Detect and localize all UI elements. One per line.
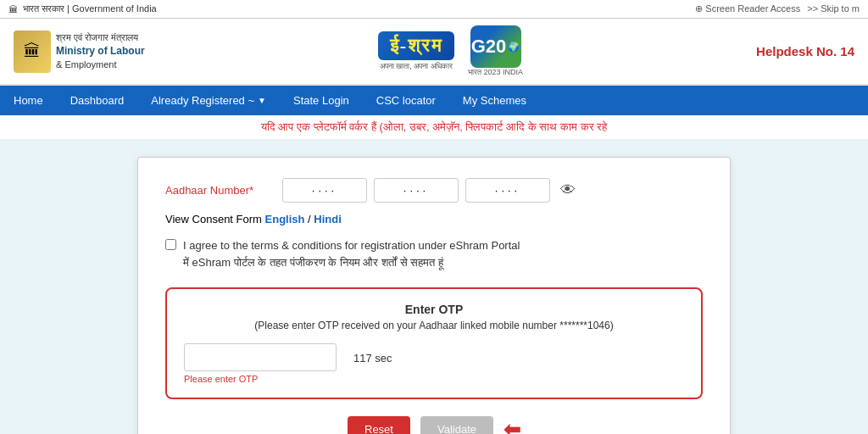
ministry-logo: 🏛 श्रम एवं रोजगार मंत्रालय Ministry of L… (14, 31, 145, 73)
g20-sub: भारत 2023 INDIA (468, 68, 523, 77)
aadhaar-label: Aadhaar Number* (165, 184, 275, 197)
top-bar-actions: ⊕ Screen Reader Access >> Skip to m (695, 3, 860, 14)
otp-title: Enter OTP (184, 303, 684, 316)
nav-home[interactable]: Home (0, 86, 57, 115)
nav-state-login[interactable]: State Login (280, 86, 363, 115)
arrow-right-icon: ⬅ (504, 418, 520, 435)
otp-subtitle: (Please enter OTP received on your Aadha… (184, 320, 684, 331)
aadhaar-field-1[interactable] (282, 178, 367, 203)
ministry-english-1: Ministry of Labour (56, 44, 145, 58)
consent-hindi-link[interactable]: Hindi (314, 213, 342, 225)
reset-button[interactable]: Reset (348, 416, 410, 434)
g20-logo: G20 🌍 भारत 2023 INDIA (468, 25, 523, 77)
eshram-logo: ई-श्रम अपना खाता, अपना अधिकार (378, 31, 454, 71)
eshram-sub: अपना खाता, अपना अधिकार (380, 62, 453, 71)
otp-container: Enter OTP (Please enter OTP received on … (165, 287, 703, 399)
top-bar: 🏛 भारत सरकार | Government of India ⊕ Scr… (0, 0, 868, 19)
nav-already-registered[interactable]: Already Registered ~ ▼ (137, 86, 280, 115)
terms-text: I agree to the terms & conditions for re… (183, 237, 520, 270)
g20-circle: G20 🌍 (470, 25, 521, 68)
consent-link-row: View Consent Form English / Hindi (165, 213, 703, 225)
toggle-visibility-icon[interactable]: 👁 (560, 181, 576, 199)
aadhaar-row: Aadhaar Number* 👁 (165, 178, 703, 203)
gov-text: भारत सरकार | Government of India (23, 3, 157, 14)
otp-input[interactable] (184, 343, 337, 371)
required-asterisk: * (249, 184, 253, 197)
otp-error-message: Please enter OTP (184, 374, 337, 384)
navigation: Home Dashboard Already Registered ~ ▼ St… (0, 86, 868, 115)
header-center: ई-श्रम अपना खाता, अपना अधिकार G20 🌍 भारत… (378, 25, 523, 77)
nav-csc-locator[interactable]: CSC locator (363, 86, 449, 115)
otp-input-wrapper: Please enter OTP (184, 343, 337, 384)
aadhaar-field-2[interactable] (374, 178, 459, 203)
otp-timer: 117 sec (353, 343, 392, 364)
action-buttons-row: Reset Validate ⬅ (165, 416, 703, 434)
ministry-text: श्रम एवं रोजगार मंत्रालय Ministry of Lab… (56, 31, 145, 72)
screen-reader-link[interactable]: ⊕ Screen Reader Access (695, 3, 800, 14)
nav-my-schemes[interactable]: My Schemes (449, 86, 540, 115)
gov-identity: 🏛 भारत सरकार | Government of India (8, 3, 157, 14)
emblem-small: 🏛 (8, 4, 18, 14)
helpdesk-number: Helpdesk No. 14 (756, 44, 854, 58)
aadhaar-field-3[interactable] (465, 178, 550, 203)
eshram-logo-box: ई-श्रम (378, 31, 454, 60)
nav-dashboard[interactable]: Dashboard (57, 86, 138, 115)
header: 🏛 श्रम एवं रोजगार मंत्रालय Ministry of L… (0, 19, 868, 86)
dropdown-arrow-icon: ▼ (258, 96, 266, 105)
header-left: 🏛 श्रम एवं रोजगार मंत्रालय Ministry of L… (14, 31, 145, 73)
otp-input-row: Please enter OTP 117 sec (184, 343, 684, 384)
main-content: Aadhaar Number* 👁 View Consent Form Engl… (0, 140, 868, 434)
emblem-icon: 🏛 (14, 31, 51, 73)
consent-prefix: View Consent Form (165, 213, 265, 225)
registration-form: Aadhaar Number* 👁 View Consent Form Engl… (137, 157, 731, 434)
ministry-english-2: & Employment (56, 58, 145, 71)
consent-english-link[interactable]: English (265, 213, 305, 225)
skip-link[interactable]: >> Skip to m (807, 3, 860, 14)
alert-banner: यदि आप एक प्लेटफॉर्म वर्कर हैं (ओला, उबर… (0, 115, 868, 140)
validate-button[interactable]: Validate (420, 416, 493, 434)
g20-text: G20 (471, 36, 507, 58)
terms-row: I agree to the terms & conditions for re… (165, 237, 703, 270)
terms-checkbox[interactable] (165, 239, 176, 250)
alert-text: यदि आप एक प्लेटफॉर्म वर्कर हैं (ओला, उबर… (261, 120, 607, 133)
ministry-hindi: श्रम एवं रोजगार मंत्रालय (56, 31, 145, 44)
